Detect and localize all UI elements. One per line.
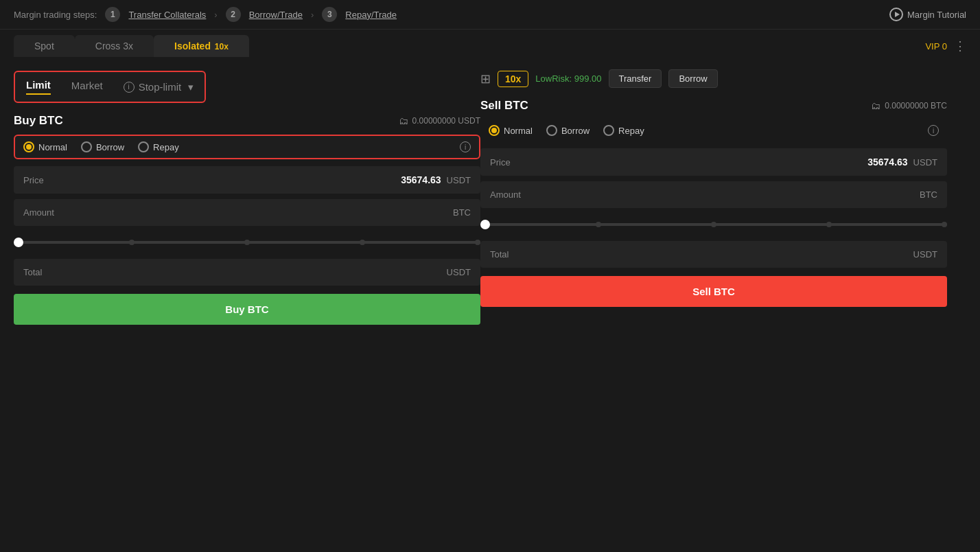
sell-price-right: 35674.63 USDT [867, 157, 937, 168]
buy-price-field[interactable]: Price 35674.63 USDT [14, 166, 480, 194]
buy-radio-borrow[interactable]: Borrow [81, 141, 124, 152]
buy-amount-label: Amount [23, 207, 54, 218]
buy-amount-currency: BTC [453, 207, 471, 218]
margin-tutorial[interactable]: Margin Tutorial [889, 8, 966, 21]
buy-slider-dots [14, 240, 480, 245]
sell-total-field[interactable]: Total USDT [480, 241, 947, 268]
sell-radio-info[interactable]: i [928, 125, 939, 136]
sell-price-value: 35674.63 [867, 157, 907, 168]
buy-radio-normal[interactable]: Normal [23, 141, 67, 152]
buy-dot-50 [244, 240, 250, 245]
sell-slider[interactable] [480, 214, 947, 235]
mode-tabs-row: Spot Cross 3x Isolated 10x VIP 0 ⋮ [0, 30, 980, 57]
buy-price-value: 35674.63 [401, 174, 441, 185]
step2-link[interactable]: Borrow/Trade [249, 10, 303, 20]
sell-balance-info: 🗂 0.00000000 BTC [871, 100, 947, 111]
calculator-icon[interactable]: ⊞ [480, 71, 491, 87]
sell-amount-right: BTC [920, 189, 937, 200]
buy-button[interactable]: Buy BTC [14, 294, 480, 325]
sell-total-currency: USDT [913, 249, 937, 260]
low-risk-text: LowRisk: 999.00 [535, 73, 601, 84]
sell-button[interactable]: Sell BTC [480, 276, 947, 307]
main-content: Limit Market i Stop-limit ▾ Buy BTC 🗂 [0, 57, 980, 325]
buy-slider-track[interactable] [14, 241, 480, 244]
step1-arrow: › [214, 10, 217, 20]
sell-info-icon: i [928, 125, 939, 136]
buy-balance: 0.00000000 USDT [412, 116, 480, 126]
more-options-icon[interactable]: ⋮ [954, 38, 966, 54]
sell-dot-75 [826, 222, 832, 227]
top-bar: Margin trading steps: 1 Transfer Collate… [0, 0, 980, 30]
margin-steps-label: Margin trading steps: [14, 10, 97, 20]
buy-slider[interactable] [14, 231, 480, 253]
sell-slider-track[interactable] [480, 223, 947, 226]
sell-radio-repay[interactable]: Repay [603, 125, 644, 136]
sell-slider-thumb[interactable] [480, 220, 490, 229]
sell-dot-50 [711, 222, 716, 227]
buy-dot-25 [129, 240, 135, 245]
step3-link[interactable]: Repay/Trade [345, 10, 397, 20]
buy-amount-field[interactable]: Amount BTC [14, 199, 480, 226]
sell-dot-100 [942, 222, 947, 227]
buy-total-currency: USDT [447, 267, 471, 277]
tab-cross[interactable]: Cross 3x [75, 35, 154, 57]
buy-info-icon: i [460, 141, 471, 152]
step1-link[interactable]: Transfer Collaterals [128, 10, 206, 20]
tab-stop-limit[interactable]: i Stop-limit ▾ [124, 81, 194, 93]
buy-col-header: Buy BTC 🗂 0.00000000 USDT [14, 114, 480, 128]
sell-price-currency: USDT [913, 157, 937, 168]
buy-slider-thumb[interactable] [14, 238, 23, 247]
sell-slider-dots [480, 222, 947, 227]
sell-radio-normal[interactable]: Normal [489, 125, 533, 136]
buy-radio-row: Normal Borrow Repay i [14, 135, 480, 159]
stop-limit-chevron: ▾ [188, 81, 194, 93]
step2-arrow: › [311, 10, 314, 20]
forms-row: Buy BTC 🗂 0.00000000 USDT Normal Borrow [14, 114, 480, 325]
buy-dot-75 [360, 240, 365, 245]
tab-limit[interactable]: Limit [26, 79, 51, 95]
sell-form: Sell BTC 🗂 0.00000000 BTC Normal Borrow [480, 99, 947, 307]
buy-normal-radio-circle [23, 141, 34, 152]
buy-total-field[interactable]: Total USDT [14, 259, 480, 286]
tab-market[interactable]: Market [71, 80, 103, 94]
isolated-leverage-badge: 10x [215, 42, 229, 51]
step1-number: 1 [105, 7, 120, 22]
buy-form-col: Buy BTC 🗂 0.00000000 USDT Normal Borrow [14, 114, 480, 325]
sell-amount-field[interactable]: Amount BTC [480, 181, 947, 208]
sell-col-header: Sell BTC 🗂 0.00000000 BTC [480, 99, 947, 113]
borrow-button[interactable]: Borrow [668, 69, 717, 88]
sell-radio-borrow[interactable]: Borrow [546, 125, 590, 136]
sell-section: ⊞ 10x LowRisk: 999.00 Transfer Borrow Se… [480, 57, 947, 325]
sell-wallet-icon: 🗂 [871, 100, 880, 111]
sell-radio-row: Normal Borrow Repay i [480, 119, 947, 141]
sell-price-field[interactable]: Price 35674.63 USDT [480, 148, 947, 176]
wallet-icon: 🗂 [399, 115, 408, 126]
sell-title: Sell BTC [480, 99, 528, 113]
sell-repay-radio-circle [603, 125, 614, 136]
tab-isolated[interactable]: Isolated 10x [154, 35, 249, 57]
tutorial-label: Margin Tutorial [907, 10, 966, 20]
sell-amount-currency: BTC [920, 189, 937, 200]
play-icon [889, 8, 903, 21]
buy-radio-info[interactable]: i [460, 141, 471, 152]
vip-label[interactable]: VIP 0 [925, 41, 947, 51]
leverage-button[interactable]: 10x [498, 71, 528, 87]
sell-borrow-radio-circle [546, 125, 557, 136]
step2-number: 2 [226, 7, 241, 22]
buy-price-right: 35674.63 USDT [401, 174, 471, 185]
transfer-button[interactable]: Transfer [609, 69, 662, 88]
sell-total-label: Total [490, 249, 509, 260]
stop-limit-info-icon: i [124, 82, 135, 93]
buy-total-label: Total [23, 267, 42, 277]
buy-balance-info: 🗂 0.00000000 USDT [399, 115, 480, 126]
low-risk-value: 999.00 [574, 73, 602, 84]
sell-amount-label: Amount [490, 189, 521, 200]
right-toolbar: ⊞ 10x LowRisk: 999.00 Transfer Borrow [480, 57, 947, 88]
vip-section: VIP 0 ⋮ [925, 38, 966, 54]
buy-borrow-radio-circle [81, 141, 92, 152]
buy-radio-repay[interactable]: Repay [138, 141, 179, 152]
step3-number: 3 [322, 7, 337, 22]
buy-price-label: Price [23, 175, 44, 185]
buy-section: Limit Market i Stop-limit ▾ Buy BTC 🗂 [14, 57, 480, 325]
tab-spot[interactable]: Spot [14, 35, 75, 57]
